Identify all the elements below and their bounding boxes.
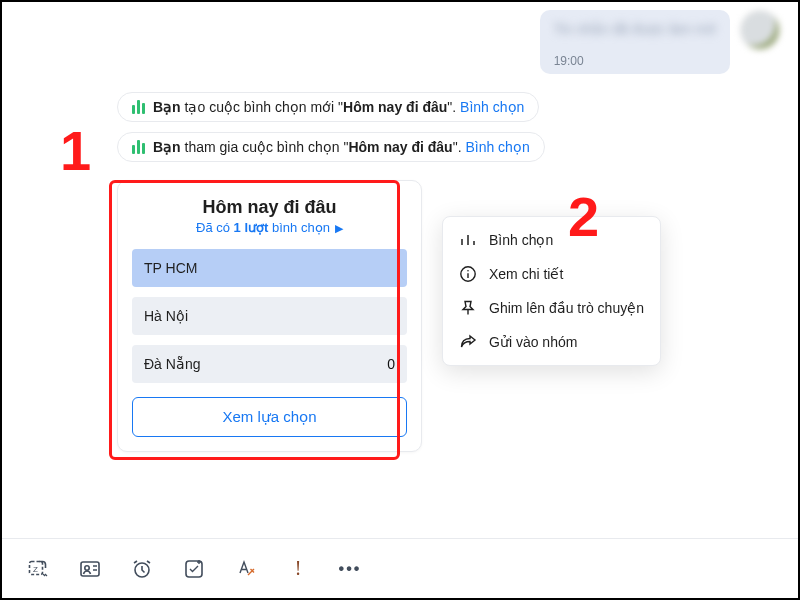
- menu-forward[interactable]: Gửi vào nhóm: [443, 325, 660, 359]
- caret-right-icon: ▶: [332, 222, 343, 234]
- system-line-join-poll: Bạn tham gia cuộc bình chọn "Hôm nay đi …: [117, 132, 545, 162]
- sticker-button[interactable]: Z: [26, 557, 50, 581]
- avatar-column: [740, 10, 780, 74]
- menu-detail[interactable]: Xem chi tiết: [443, 257, 660, 291]
- poll-title: Hôm nay đi đâu: [132, 197, 407, 218]
- format-button[interactable]: [234, 557, 258, 581]
- bars-icon: [459, 231, 477, 249]
- menu-label: Gửi vào nhóm: [489, 334, 577, 350]
- contact-card-button[interactable]: [78, 557, 102, 581]
- pin-icon: [459, 299, 477, 317]
- poll-bars-icon: [132, 100, 145, 114]
- menu-vote[interactable]: Bình chọn: [443, 223, 660, 257]
- vote-link[interactable]: Bình chọn: [465, 139, 529, 155]
- poll-view-choice-button[interactable]: Xem lựa chọn: [132, 397, 407, 437]
- context-menu: Bình chọn Xem chi tiết Ghim lên đầu trò …: [442, 216, 661, 366]
- task-button[interactable]: [182, 557, 206, 581]
- system-messages: Bạn tạo cuộc bình chọn mới "Hôm nay đi đ…: [2, 74, 798, 172]
- system-line-create-poll: Bạn tạo cuộc bình chọn mới "Hôm nay đi đ…: [117, 92, 539, 122]
- app-frame: Tin nhắn đã được làm mờ 19:00 Bạn tạo cu…: [0, 0, 800, 600]
- avatar[interactable]: [740, 10, 780, 50]
- you-label: Bạn: [153, 99, 181, 115]
- poll-option-1[interactable]: TP HCM: [132, 249, 407, 287]
- poll-option-2[interactable]: Hà Nội: [132, 297, 407, 335]
- reminder-button[interactable]: [130, 557, 154, 581]
- info-icon: [459, 265, 477, 283]
- poll-bars-icon: [132, 140, 145, 154]
- menu-pin[interactable]: Ghim lên đầu trò chuyện: [443, 291, 660, 325]
- poll-option-label: TP HCM: [144, 260, 197, 276]
- svg-text:Z: Z: [33, 564, 38, 573]
- priority-button[interactable]: !: [286, 557, 310, 581]
- share-icon: [459, 333, 477, 351]
- vote-link[interactable]: Bình chọn: [460, 99, 524, 115]
- incoming-message-time: 19:00: [554, 54, 716, 68]
- incoming-message-row: Tin nhắn đã được làm mờ 19:00: [2, 2, 798, 74]
- composer-toolbar: Z ! •••: [2, 538, 798, 598]
- incoming-message-body: Tin nhắn đã được làm mờ: [554, 20, 716, 48]
- menu-label: Xem chi tiết: [489, 266, 563, 282]
- poll-option-3[interactable]: Đà Nẵng 0: [132, 345, 407, 383]
- poll-card: Hôm nay đi đâu Đã có 1 lượt bình chọn ▶ …: [117, 180, 422, 452]
- menu-label: Ghim lên đầu trò chuyện: [489, 300, 644, 316]
- poll-option-count: 0: [387, 356, 395, 372]
- incoming-message-bubble[interactable]: Tin nhắn đã được làm mờ 19:00: [540, 10, 730, 74]
- svg-point-1: [467, 270, 469, 272]
- poll-option-label: Đà Nẵng: [144, 356, 200, 372]
- more-button[interactable]: •••: [338, 557, 362, 581]
- svg-point-5: [85, 565, 89, 569]
- poll-card-wrap: Hôm nay đi đâu Đã có 1 lượt bình chọn ▶ …: [117, 180, 422, 452]
- you-label: Bạn: [153, 139, 181, 155]
- menu-label: Bình chọn: [489, 232, 553, 248]
- poll-vote-count-link[interactable]: Đã có 1 lượt bình chọn ▶: [132, 220, 407, 235]
- poll-option-label: Hà Nội: [144, 308, 188, 324]
